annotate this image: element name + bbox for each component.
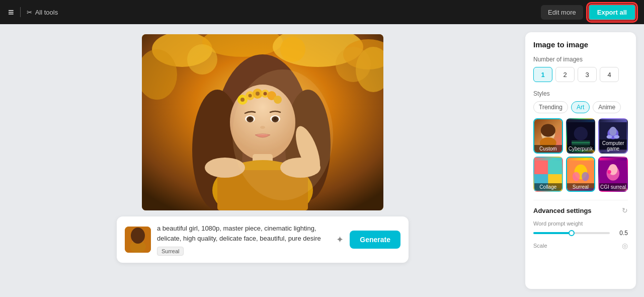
prompt-content: a beautiful girl, 1080p, master piece, c… [157, 224, 328, 256]
svg-point-44 [541, 124, 555, 137]
svg-point-41 [131, 228, 145, 244]
style-tab-anime[interactable]: Anime [593, 101, 621, 113]
prompt-actions: ✦ Generate [334, 231, 400, 249]
svg-point-46 [574, 127, 587, 140]
word-prompt-weight-slider-row: 0.5 [533, 230, 628, 237]
word-prompt-weight-value: 0.5 [614, 230, 628, 237]
style-card-cyberpunk[interactable]: Cyberpunk [566, 118, 596, 154]
magic-enhance-button[interactable]: ✦ [334, 232, 346, 247]
num-images-1[interactable]: 1 [533, 67, 552, 82]
word-prompt-weight-slider[interactable] [533, 232, 610, 234]
svg-point-65 [608, 170, 611, 174]
num-images-4[interactable]: 4 [600, 67, 619, 82]
svg-point-9 [336, 47, 371, 82]
panel-title: Image to image [533, 40, 628, 49]
main-image-container [142, 34, 383, 210]
style-grid: Custom Cyberpunk Computer game Collage [533, 118, 628, 192]
slider-fill [533, 232, 572, 234]
all-tools-link[interactable]: ✂ All tools [27, 9, 58, 16]
main-image [142, 34, 383, 210]
style-card-cgi-surreal[interactable]: CGI surreal [598, 157, 628, 192]
word-prompt-weight-label: Word prompt weight [533, 220, 628, 227]
style-card-custom[interactable]: Custom [533, 118, 563, 154]
magic-icon: ✦ [336, 235, 344, 245]
prompt-tag[interactable]: Surreal [157, 247, 184, 256]
scale-info-icon[interactable]: ◎ [622, 242, 628, 250]
num-images-label: Number of images [533, 56, 628, 63]
num-images-selector: 1 2 3 4 [533, 67, 628, 82]
svg-point-52 [607, 135, 612, 138]
svg-point-8 [280, 37, 305, 62]
svg-point-51 [609, 127, 617, 136]
advanced-settings-title: Advanced settings [533, 207, 592, 214]
style-card-custom-label: Custom [534, 145, 562, 153]
main-content: a beautiful girl, 1080p, master piece, c… [0, 24, 644, 297]
advanced-settings-section: Advanced settings ↻ Word prompt weight 0… [533, 200, 628, 250]
logo-icon[interactable]: ≡ [8, 7, 14, 18]
right-panel: Image to image Number of images 1 2 3 4 … [525, 32, 636, 289]
prompt-thumbnail [125, 227, 151, 253]
style-card-computer-game[interactable]: Computer game [598, 118, 628, 154]
style-card-computer-game-label: Computer game [599, 139, 627, 153]
export-all-button[interactable]: Export all [588, 4, 636, 21]
num-images-2[interactable]: 2 [555, 67, 575, 82]
scale-row: Scale ◎ [533, 242, 628, 250]
slider-thumb [569, 230, 575, 236]
prompt-text[interactable]: a beautiful girl, 1080p, master piece, c… [157, 224, 328, 243]
scissors-icon: ✂ [27, 9, 32, 16]
nav-divider [20, 7, 21, 17]
styles-label: Styles [533, 90, 628, 97]
prompt-box: a beautiful girl, 1080p, master piece, c… [117, 216, 409, 263]
topnav: ≡ ✂ All tools Edit more Export all [0, 0, 644, 24]
style-card-surreal-label: Surreal [567, 183, 595, 191]
style-tab-art[interactable]: Art [571, 101, 590, 113]
style-card-surreal[interactable]: Surreal [566, 157, 596, 192]
style-card-collage[interactable]: Collage [533, 157, 563, 192]
left-area: a beautiful girl, 1080p, master piece, c… [8, 32, 517, 289]
num-images-3[interactable]: 3 [578, 67, 597, 82]
style-card-cgi-surreal-label: CGI surreal [599, 183, 627, 191]
all-tools-label: All tools [35, 9, 58, 16]
svg-point-61 [582, 172, 589, 181]
style-tabs: Trending Art Anime [533, 101, 628, 113]
refresh-icon[interactable]: ↻ [622, 206, 628, 214]
style-card-collage-label: Collage [534, 183, 562, 191]
style-tab-trending[interactable]: Trending [533, 101, 568, 113]
scale-label: Scale [533, 243, 547, 249]
generate-button[interactable]: Generate [350, 231, 400, 249]
girl-illustration [142, 34, 383, 210]
advanced-settings-header: Advanced settings ↻ [533, 206, 628, 214]
style-card-cyberpunk-label: Cyberpunk [567, 145, 595, 153]
svg-point-53 [614, 135, 619, 138]
svg-point-60 [573, 172, 580, 181]
svg-rect-55 [548, 161, 561, 174]
edit-more-button[interactable]: Edit more [541, 5, 583, 20]
svg-point-37 [232, 69, 333, 200]
svg-rect-54 [534, 161, 548, 174]
nav-actions: Edit more Export all [541, 4, 636, 21]
svg-point-7 [187, 44, 217, 75]
